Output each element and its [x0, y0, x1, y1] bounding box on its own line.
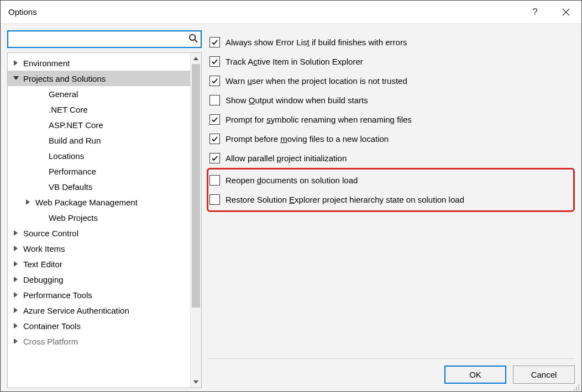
close-button[interactable] — [550, 1, 581, 23]
tree-item[interactable]: VB Defaults — [8, 179, 190, 194]
svg-marker-6 — [26, 199, 30, 205]
tree-item[interactable]: Build and Run — [8, 133, 190, 148]
option-label[interactable]: Warn user when the project location is n… — [226, 76, 407, 86]
scroll-down-button[interactable] — [191, 377, 201, 388]
option-row: Allow parallel project initialization — [208, 149, 575, 168]
chevron-right-icon[interactable] — [12, 338, 20, 344]
option-row: Warn user when the project location is n… — [208, 71, 575, 91]
ok-button[interactable]: OK — [444, 365, 506, 384]
tree-item[interactable]: Projects and Solutions — [8, 71, 190, 86]
tree-item[interactable]: Performance Tools — [8, 287, 190, 303]
svg-marker-13 — [14, 323, 18, 329]
tree-item-label: General — [49, 89, 78, 99]
tree-item[interactable]: Web Projects — [8, 210, 190, 225]
chevron-down-icon[interactable] — [12, 76, 20, 81]
chevron-right-icon[interactable] — [12, 323, 20, 329]
option-checkbox[interactable] — [209, 56, 220, 67]
tree-item[interactable]: ASP.NET Core — [8, 117, 190, 133]
option-label[interactable]: Allow parallel project initialization — [226, 153, 347, 163]
svg-marker-4 — [14, 60, 18, 66]
option-row: Always show Error List if build finishes… — [208, 33, 575, 52]
tree-item[interactable]: Locations — [8, 148, 190, 163]
option-label[interactable]: Always show Error List if build finishes… — [226, 38, 407, 47]
footer-divider — [208, 358, 575, 359]
tree-item-label: Web Projects — [49, 213, 98, 223]
titlebar-buttons: ? — [520, 1, 581, 23]
search-icon[interactable] — [188, 34, 198, 45]
svg-rect-20 — [576, 387, 577, 388]
option-label[interactable]: Track Active Item in Solution Explorer — [226, 57, 363, 66]
dialog-footer: OK Cancel — [208, 365, 575, 388]
option-label[interactable]: Reopen documents on solution load — [226, 176, 358, 185]
tree-item[interactable]: Source Control — [8, 225, 190, 241]
option-checkbox[interactable] — [209, 194, 220, 205]
resize-grip[interactable] — [573, 383, 580, 390]
search-wrap — [7, 30, 202, 48]
options-dialog: Options ? EnvironmentProjects and Soluti… — [0, 0, 582, 392]
close-icon — [562, 8, 570, 16]
svg-marker-5 — [13, 76, 19, 80]
svg-rect-22 — [574, 389, 575, 390]
option-checkbox[interactable] — [209, 95, 220, 105]
chevron-right-icon[interactable] — [12, 60, 20, 66]
option-label[interactable]: Prompt before moving files to a new loca… — [226, 134, 389, 144]
right-column: Always show Error List if build finishes… — [208, 30, 575, 388]
category-tree[interactable]: EnvironmentProjects and SolutionsGeneral… — [8, 53, 190, 388]
tree-item[interactable]: Work Items — [8, 241, 190, 256]
option-label[interactable]: Restore Solution Explorer project hierar… — [226, 195, 464, 204]
svg-marker-7 — [14, 230, 18, 236]
option-checkbox[interactable] — [209, 153, 220, 163]
tree-scrollbar[interactable] — [190, 53, 201, 388]
chevron-right-icon[interactable] — [12, 261, 20, 267]
tree-item-label: Azure Service Authentication — [23, 306, 129, 315]
help-button[interactable]: ? — [520, 1, 550, 23]
tree-item[interactable]: Environment — [8, 55, 190, 71]
option-checkbox[interactable] — [209, 76, 220, 86]
option-checkbox[interactable] — [209, 175, 220, 186]
chevron-right-icon[interactable] — [24, 199, 32, 205]
main-row: EnvironmentProjects and SolutionsGeneral… — [7, 30, 575, 388]
scroll-up-button[interactable] — [191, 53, 201, 64]
chevron-right-icon[interactable] — [12, 246, 20, 251]
svg-rect-19 — [578, 389, 579, 390]
tree-item[interactable]: Text Editor — [8, 256, 190, 272]
svg-marker-12 — [14, 308, 18, 313]
tree-item[interactable]: Container Tools — [8, 318, 190, 333]
tree-item-label: .NET Core — [49, 105, 88, 114]
tree-item-label: Performance — [49, 167, 96, 176]
svg-marker-15 — [193, 57, 198, 60]
scroll-thumb[interactable] — [192, 64, 200, 308]
tree-item-label: Locations — [49, 151, 84, 161]
tree-item[interactable]: Azure Service Authentication — [8, 303, 190, 318]
tree-item-label: Debugging — [23, 275, 64, 284]
chevron-right-icon[interactable] — [12, 308, 20, 313]
scroll-track[interactable] — [191, 64, 201, 377]
tree-item[interactable]: Web Package Management — [8, 194, 190, 210]
tree-item-label: Performance Tools — [23, 290, 92, 300]
svg-marker-14 — [14, 338, 18, 344]
chevron-right-icon[interactable] — [12, 277, 20, 282]
option-label[interactable]: Show Output window when build starts — [226, 96, 368, 105]
option-checkbox[interactable] — [209, 134, 220, 144]
tree-item[interactable]: .NET Core — [8, 102, 190, 117]
option-row: Prompt before moving files to a new loca… — [208, 129, 575, 149]
svg-marker-16 — [193, 380, 198, 384]
tree-item[interactable]: Cross Platform — [8, 333, 190, 349]
tree-item-label: Projects and Solutions — [23, 74, 106, 83]
tree-item[interactable]: Debugging — [8, 272, 190, 287]
left-column: EnvironmentProjects and SolutionsGeneral… — [7, 30, 202, 388]
option-label[interactable]: Prompt for symbolic renaming when renami… — [226, 115, 412, 124]
chevron-right-icon[interactable] — [12, 230, 20, 236]
svg-rect-17 — [578, 385, 579, 386]
option-checkbox[interactable] — [209, 37, 220, 47]
svg-rect-21 — [576, 389, 577, 390]
option-row: Prompt for symbolic renaming when renami… — [208, 110, 575, 129]
tree-item[interactable]: Performance — [8, 163, 190, 179]
cancel-button[interactable]: Cancel — [513, 365, 575, 384]
option-row: Track Active Item in Solution Explorer — [208, 52, 575, 71]
chevron-right-icon[interactable] — [12, 292, 20, 298]
search-input[interactable] — [7, 30, 202, 48]
tree-item[interactable]: General — [8, 86, 190, 102]
tree-item-label: VB Defaults — [49, 182, 92, 192]
option-checkbox[interactable] — [209, 114, 220, 125]
